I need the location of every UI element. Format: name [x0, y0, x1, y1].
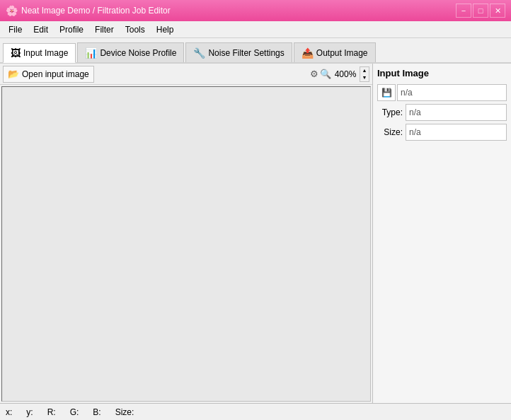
tab-device-noise-profile[interactable]: 📊 Device Noise Profile — [77, 42, 184, 62]
info-panel-title: Input Image — [377, 68, 507, 78]
menu-help[interactable]: Help — [151, 23, 180, 36]
tab-input-image[interactable]: 🖼 Input Image — [3, 43, 76, 63]
canvas-area: 📂 Open input image ⚙ 🔍 400% ▲ ▼ — [0, 64, 373, 403]
zoom-up-button[interactable]: ▲ — [360, 67, 369, 74]
status-size: Size: — [115, 407, 134, 417]
tab-output-image[interactable]: 📤 Output Image — [294, 42, 376, 62]
filename-value: n/a — [397, 84, 507, 101]
tab-noise-filter-label: Noise Filter Settings — [208, 48, 284, 58]
zoom-spinner[interactable]: ▲ ▼ — [360, 66, 369, 82]
tab-noise-filter-settings[interactable]: 🔧 Noise Filter Settings — [185, 42, 292, 62]
file-icon: 💾 — [381, 88, 392, 98]
minimize-button[interactable]: − — [456, 4, 471, 18]
b-label: B: — [93, 407, 101, 417]
filter-settings-tab-icon: 🔧 — [193, 47, 205, 59]
size-status-label: Size: — [115, 407, 134, 417]
open-button-label: Open input image — [22, 69, 89, 79]
y-label: y: — [26, 407, 33, 417]
open-button-icon: 📂 — [8, 69, 19, 79]
menu-file[interactable]: File — [3, 23, 28, 36]
status-y: y: — [26, 407, 33, 417]
settings-icon: ⚙ — [310, 69, 318, 79]
input-image-tab-icon: 🖼 — [11, 47, 21, 59]
title-bar-left: 🌸 Neat Image Demo / Filtration Job Edito… — [6, 5, 171, 16]
close-button[interactable]: ✕ — [490, 4, 505, 18]
menu-filter[interactable]: Filter — [89, 23, 120, 36]
image-display-area — [1, 86, 371, 402]
size-label: Size: — [377, 127, 406, 137]
device-noise-tab-icon: 📊 — [85, 47, 97, 59]
title-bar-controls: − □ ✕ — [456, 4, 505, 18]
maximize-button[interactable]: □ — [473, 4, 488, 18]
menu-tools[interactable]: Tools — [120, 23, 151, 36]
zoom-controls: ⚙ 🔍 400% ▲ ▼ — [310, 66, 369, 82]
status-r: R: — [47, 407, 56, 417]
zoom-value: 400% — [333, 69, 358, 79]
menu-bar: File Edit Profile Filter Tools Help — [0, 21, 511, 38]
size-row: Size: n/a — [377, 124, 507, 141]
status-b: B: — [93, 407, 101, 417]
status-bar: x: y: R: G: B: Size: — [0, 403, 511, 420]
info-panel: Input Image 💾 n/a Type: n/a Size: n/a — [373, 64, 511, 403]
zoom-down-button[interactable]: ▼ — [360, 74, 369, 81]
tab-device-noise-label: Device Noise Profile — [100, 48, 176, 58]
type-row: Type: n/a — [377, 104, 507, 121]
window-title: Neat Image Demo / Filtration Job Editor — [21, 6, 171, 16]
zoom-icon: 🔍 — [320, 69, 331, 79]
size-value: n/a — [406, 124, 507, 141]
menu-edit[interactable]: Edit — [28, 23, 54, 36]
app-icon: 🌸 — [6, 5, 17, 16]
status-g: G: — [70, 407, 79, 417]
image-toolbar: 📂 Open input image ⚙ 🔍 400% ▲ ▼ — [0, 64, 372, 85]
menu-profile[interactable]: Profile — [54, 23, 89, 36]
status-x: x: — [6, 407, 12, 417]
type-label: Type: — [377, 107, 406, 117]
tab-bar: 🖼 Input Image 📊 Device Noise Profile 🔧 N… — [0, 38, 511, 64]
r-label: R: — [47, 407, 56, 417]
open-input-image-button[interactable]: 📂 Open input image — [3, 66, 94, 83]
tab-output-image-label: Output Image — [316, 48, 368, 58]
tab-input-image-label: Input Image — [23, 48, 68, 58]
main-content: 📂 Open input image ⚙ 🔍 400% ▲ ▼ Input Im… — [0, 64, 511, 403]
file-icon-cell: 💾 — [377, 84, 396, 101]
g-label: G: — [70, 407, 79, 417]
title-bar: 🌸 Neat Image Demo / Filtration Job Edito… — [0, 0, 511, 21]
filename-row: 💾 n/a — [377, 84, 507, 101]
output-image-tab-icon: 📤 — [302, 47, 314, 59]
x-label: x: — [6, 407, 12, 417]
type-value: n/a — [406, 104, 507, 121]
